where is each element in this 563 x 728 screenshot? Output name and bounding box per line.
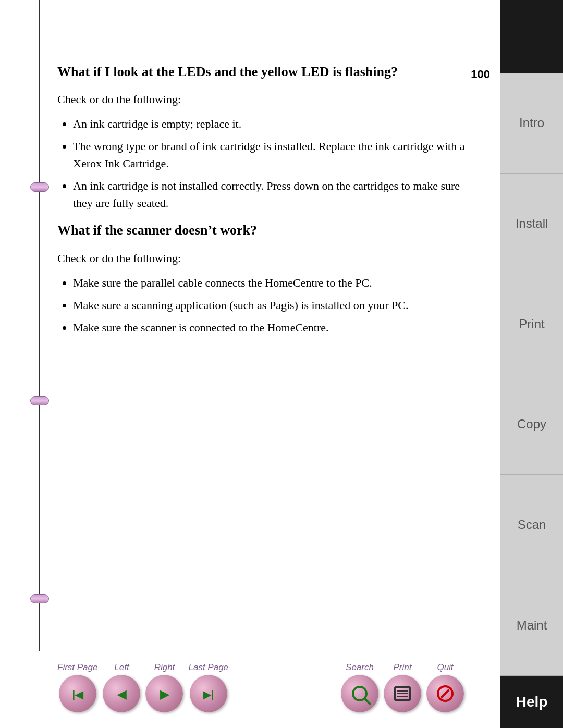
- right-button[interactable]: [145, 675, 183, 712]
- sidebar: Intro Install Print Copy Scan Maint Help: [500, 0, 563, 728]
- last-page-group: Last Page: [188, 662, 228, 712]
- sidebar-label-scan: Scan: [518, 517, 546, 532]
- print-group: Print: [384, 662, 421, 712]
- search-icon: [352, 686, 368, 701]
- section-title-1: What if I look at the LEDs and the yello…: [57, 63, 469, 81]
- search-group: Search: [341, 662, 378, 712]
- sidebar-item-scan[interactable]: Scan: [500, 475, 563, 575]
- sidebar-item-maint[interactable]: Maint: [500, 575, 563, 676]
- quit-icon: [437, 685, 454, 702]
- print-label: Print: [394, 662, 412, 673]
- sidebar-item-print[interactable]: Print: [500, 274, 563, 375]
- first-page-button[interactable]: [59, 675, 96, 712]
- quit-label: Quit: [437, 662, 453, 673]
- print-button[interactable]: [384, 675, 421, 712]
- section-title-2: What if the scanner doesn’t work?: [57, 221, 469, 240]
- left-group: Left: [103, 662, 140, 712]
- print-icon: [394, 686, 411, 701]
- sidebar-label-install: Install: [516, 216, 548, 231]
- right-icon: [160, 685, 169, 702]
- sidebar-label-print: Print: [519, 317, 544, 331]
- section-intro-1: Check or do the following:: [57, 91, 469, 108]
- quit-group: Quit: [426, 662, 464, 712]
- bullet-1-1: An ink cartridge is empty; replace it.: [73, 115, 469, 132]
- sidebar-label-help: Help: [516, 694, 548, 710]
- quit-button[interactable]: [426, 675, 464, 712]
- sidebar-label-maint: Maint: [517, 618, 547, 633]
- bullet-2-3: Make sure the scanner is connected to th…: [73, 319, 469, 336]
- bullet-list-2: Make sure the parallel cable connects th…: [73, 274, 469, 336]
- sidebar-label-copy: Copy: [517, 417, 546, 431]
- sidebar-item-copy[interactable]: Copy: [500, 374, 563, 475]
- bullet-2-2: Make sure a scanning application (such a…: [73, 297, 469, 314]
- first-page-group: First Page: [57, 662, 97, 712]
- sidebar-item-help[interactable]: Help: [500, 676, 563, 728]
- bullet-list-1: An ink cartridge is empty; replace it. T…: [73, 115, 469, 212]
- left-label: Left: [114, 662, 129, 673]
- bullet-2-1: Make sure the parallel cable connects th…: [73, 274, 469, 291]
- last-page-icon: [203, 685, 214, 702]
- search-button[interactable]: [341, 675, 378, 712]
- right-label: Right: [154, 662, 175, 673]
- left-button[interactable]: [103, 675, 140, 712]
- last-page-button[interactable]: [190, 675, 227, 712]
- sidebar-top: [500, 0, 563, 73]
- bullet-1-3: An ink cartridge is not installed correc…: [73, 177, 469, 212]
- search-label: Search: [346, 662, 374, 673]
- first-page-icon: [72, 685, 83, 702]
- left-icon: [117, 685, 126, 702]
- first-page-label: First Page: [57, 662, 97, 673]
- section-intro-2: Check or do the following:: [57, 250, 469, 267]
- sidebar-item-intro[interactable]: Intro: [500, 73, 563, 174]
- last-page-label: Last Page: [188, 662, 228, 673]
- right-group: Right: [145, 662, 183, 712]
- main-content: What if I look at the LEDs and the yello…: [0, 0, 500, 651]
- sidebar-label-intro: Intro: [519, 116, 544, 130]
- sidebar-item-install[interactable]: Install: [500, 174, 563, 274]
- nav-bar: First Page Left Right Last Page Search P…: [0, 662, 500, 712]
- bullet-1-2: The wrong type or brand of ink cartridge…: [73, 138, 469, 172]
